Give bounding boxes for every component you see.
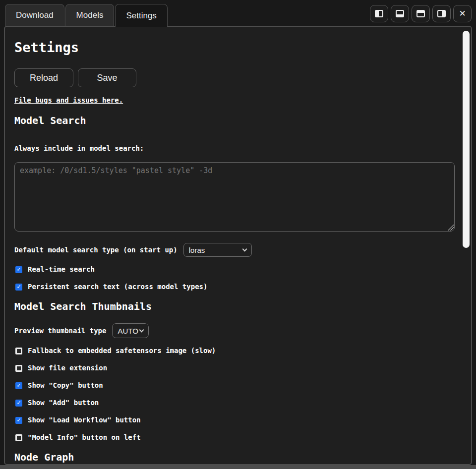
show-load-workflow-checkbox[interactable]	[15, 417, 22, 424]
preview-type-select[interactable]: AUTO	[112, 323, 149, 338]
default-search-type-label: Default model search type (on start up)	[14, 246, 178, 254]
checkbox-row: Fallback to embedded safetensors image (…	[15, 346, 456, 355]
checkbox-label[interactable]: "Model Info" button on left	[28, 433, 141, 442]
checkbox-row: Real-time search	[15, 265, 456, 274]
page-title: Settings	[14, 40, 456, 56]
checkbox-label[interactable]: Show file extension	[28, 363, 107, 373]
tab-models[interactable]: Models	[65, 4, 115, 26]
always-include-label: Always include in model search:	[14, 144, 456, 153]
horizontal-scrollbar[interactable]	[0, 465, 476, 469]
reload-button[interactable]: Reload	[14, 68, 73, 87]
tab-settings[interactable]: Settings	[115, 4, 167, 27]
preview-type-label: Preview thumbnail type	[14, 327, 106, 335]
show-add-button-checkbox[interactable]	[15, 400, 22, 407]
default-search-type-value: loras	[189, 246, 205, 254]
checkbox-label[interactable]: Show "Load Workflow" button	[28, 415, 141, 425]
model-info-left-checkbox[interactable]	[15, 434, 22, 441]
textarea-resize-handle[interactable]	[448, 225, 454, 231]
action-buttons: Reload Save	[14, 68, 456, 87]
checkbox-label[interactable]: Show "Copy" button	[28, 381, 103, 390]
chevron-down-icon	[242, 246, 247, 251]
thumbnails-heading: Model Search Thumbnails	[14, 300, 456, 312]
file-bugs-link[interactable]: File bugs and issues here.	[14, 96, 123, 105]
settings-content: Settings Reload Save File bugs and issue…	[14, 28, 456, 464]
checkbox-row: Show "Add" button	[15, 398, 456, 408]
checkbox-label[interactable]: Real-time search	[28, 265, 95, 274]
checkbox-row: "Model Info" button on left	[15, 433, 456, 442]
checkbox-label[interactable]: Show "Add" button	[28, 398, 99, 408]
persistent-search-checkbox[interactable]	[15, 284, 22, 291]
always-include-field-wrap	[14, 162, 455, 232]
save-button[interactable]: Save	[78, 68, 136, 87]
tab-bar: Download Models Settings	[0, 0, 476, 26]
default-search-type-select[interactable]: loras	[183, 243, 252, 257]
checkbox-row: Persistent search text (across model typ…	[15, 282, 456, 292]
preview-type-row: Preview thumbnail type AUTO	[14, 323, 456, 338]
checkbox-row: Show file extension	[15, 363, 456, 373]
show-copy-button-checkbox[interactable]	[15, 382, 22, 389]
show-file-extension-checkbox[interactable]	[15, 365, 22, 372]
default-search-type-row: Default model search type (on start up) …	[14, 243, 456, 257]
node-graph-heading: Node Graph	[14, 451, 456, 463]
checkbox-label[interactable]: Fallback to embedded safetensors image (…	[28, 346, 216, 355]
checkbox-row: Show "Copy" button	[15, 381, 456, 390]
realtime-search-checkbox[interactable]	[15, 266, 22, 273]
always-include-textarea[interactable]	[14, 162, 455, 232]
checkbox-row: Show "Load Workflow" button	[15, 415, 456, 425]
vertical-scrollbar-thumb[interactable]	[463, 31, 470, 248]
chevron-down-icon	[139, 327, 144, 332]
fallback-safetensors-checkbox[interactable]	[15, 348, 22, 354]
preview-type-value: AUTO	[118, 327, 138, 335]
checkbox-label[interactable]: Persistent search text (across model typ…	[28, 282, 207, 292]
settings-panel: Settings Reload Save File bugs and issue…	[4, 26, 472, 465]
model-search-heading: Model Search	[14, 115, 456, 126]
tab-download[interactable]: Download	[5, 4, 64, 26]
